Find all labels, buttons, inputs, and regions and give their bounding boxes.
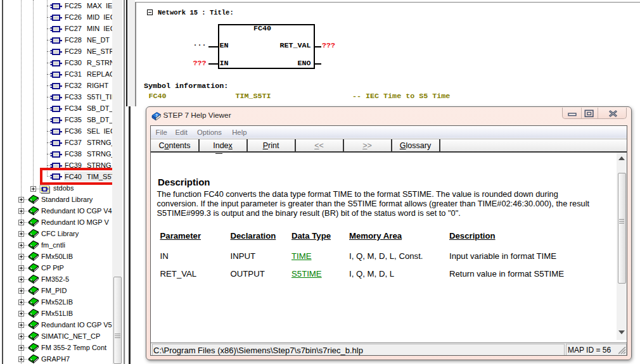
svg-text:?: ? xyxy=(155,113,158,118)
